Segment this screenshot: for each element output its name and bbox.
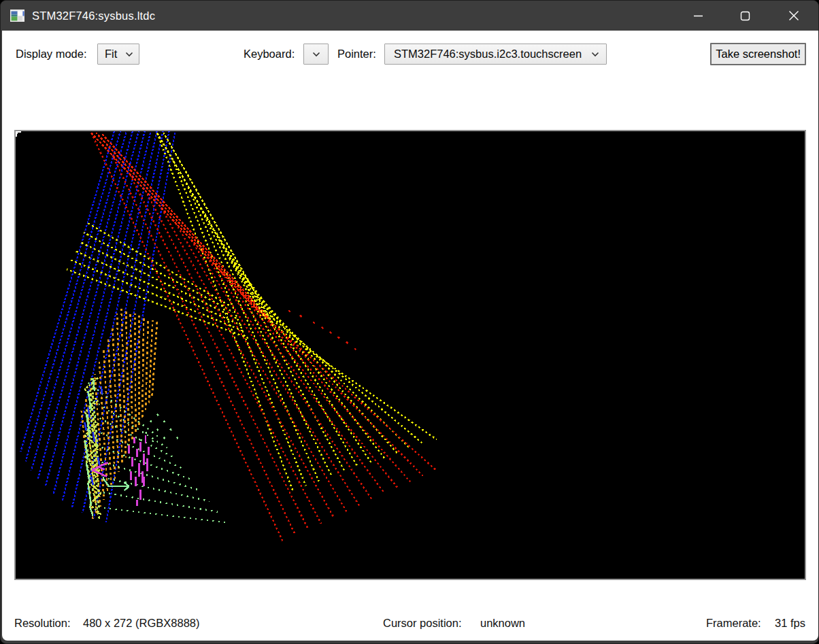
status-bar: Resolution: 480 x 272 (RGBX8888) Cursor … xyxy=(2,580,818,641)
minimize-button[interactable] xyxy=(682,1,714,31)
framebuffer-display[interactable] xyxy=(14,130,806,580)
chevron-down-icon xyxy=(591,52,599,57)
chevron-down-icon xyxy=(312,52,320,57)
chevron-down-icon xyxy=(125,52,133,57)
resolution-value: 480 x 272 (RGBX8888) xyxy=(83,617,200,630)
framerate-label: Framerate: xyxy=(706,617,761,630)
framebuffer-graphics xyxy=(16,131,805,579)
cursor-position-label: Cursor position: xyxy=(383,617,462,630)
close-icon xyxy=(788,10,799,21)
pointer-value: STM32F746:sysbus.i2c3.touchscreen xyxy=(394,48,582,61)
app-window: STM32F746:sysbus.ltdc Display mode: Fit xyxy=(0,0,819,644)
minimize-icon xyxy=(693,11,703,21)
maximize-icon xyxy=(740,11,750,21)
keyboard-label: Keyboard: xyxy=(244,44,295,65)
maximize-button[interactable] xyxy=(729,1,760,31)
close-button[interactable] xyxy=(778,1,809,31)
pointer-label: Pointer: xyxy=(337,44,376,65)
pointer-select[interactable]: STM32F746:sysbus.i2c3.touchscreen xyxy=(384,44,607,65)
take-screenshot-button[interactable]: Take screenshot! xyxy=(710,43,806,65)
framerate-value: 31 fps xyxy=(775,617,805,630)
display-mode-label: Display mode: xyxy=(16,44,87,65)
keyboard-select[interactable] xyxy=(303,44,329,65)
title-bar: STM32F746:sysbus.ltdc xyxy=(1,1,818,31)
client-area: Display mode: Fit Keyboard: Pointer: STM… xyxy=(2,31,818,641)
app-icon xyxy=(10,10,24,22)
resolution-label: Resolution: xyxy=(14,617,71,630)
display-mode-value: Fit xyxy=(105,48,117,61)
window-title: STM32F746:sysbus.ltdc xyxy=(32,1,155,31)
cursor-position-value: unknown xyxy=(480,617,525,630)
display-mode-select[interactable]: Fit xyxy=(97,44,139,65)
